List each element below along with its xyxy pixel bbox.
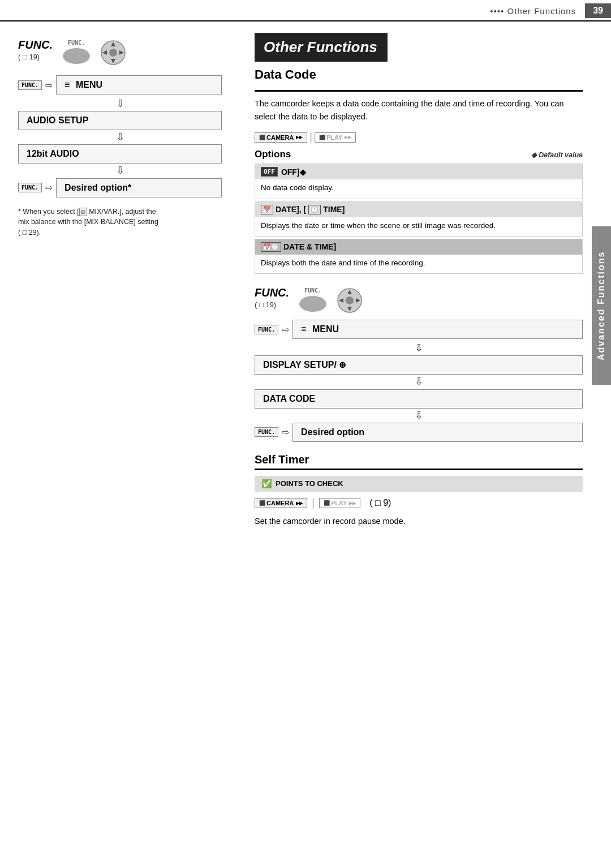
option-2-desc: Displays the date or time when the scene… (255, 217, 582, 236)
flow-arrow-right-3: ⇩ (255, 409, 583, 423)
top-bar: •••• Other Functions 39 (0, 0, 611, 22)
func-oval-left (63, 48, 90, 64)
option-3-header: 📅🕐 DATE & TIME] (255, 239, 582, 255)
flow-arrow-3: ⇩ (18, 164, 222, 178)
func-box-menu-right: FUNC. (255, 325, 278, 334)
svg-point-11 (346, 297, 354, 304)
menu-box-right: ≡ MENU (292, 320, 583, 339)
check-icon: ✅ (261, 479, 272, 489)
func-box-desired: FUNC. (18, 183, 42, 192)
bit-audio-box: 12bit AUDIO (18, 144, 222, 164)
func-label-right: FUNC. (255, 286, 289, 299)
default-value-note: ◆ Default value (531, 151, 583, 159)
option-2: 📅 DATE], [ 🕐 TIME] Displays the date or … (255, 201, 583, 237)
option-2-header: 📅 DATE], [ 🕐 TIME] (255, 202, 582, 217)
right-panel: Other Functions Data Code The camcorder … (238, 22, 611, 866)
side-label: Advanced Functions (592, 226, 611, 385)
left-panel: FUNC. ( □ 19) FUNC. FUNC. ⇨ (0, 22, 238, 866)
data-code-box: DATA CODE (255, 389, 583, 409)
data-code-body: The camcorder keeps a data code containi… (255, 97, 583, 123)
audio-setup-box: AUDIO SETUP (18, 111, 222, 130)
display-setup-box: DISPLAY SETUP/ ⊕ (255, 355, 583, 375)
self-timer-body: Set the camcorder in record pause mode. (255, 515, 583, 528)
func-label-left: FUNC. (18, 38, 53, 51)
func-ref-right: ( □ 19) (255, 300, 289, 309)
play-badge: ⬛ PLAY ▶▶ (315, 132, 356, 143)
func-box-desired-right: FUNC. (255, 427, 278, 437)
data-code-section: Data Code (255, 67, 583, 92)
option-1: OFF OFF]◆ No data code display. (255, 164, 583, 199)
option-1-header: OFF OFF]◆ (255, 164, 582, 179)
desired-option-box-left: Desired option* (56, 178, 222, 197)
page-title: Other Functions (255, 33, 388, 62)
self-timer-heading: Self Timer (255, 453, 583, 470)
flow-arrow-1: ⇩ (18, 97, 222, 111)
camera-badge-2: ⬛ CAMERA ▶▶ (255, 498, 307, 508)
main-layout: FUNC. ( □ 19) FUNC. FUNC. ⇨ (0, 22, 611, 866)
badge-row: ⬛ CAMERA ▶▶ | ⬛ PLAY ▶▶ (255, 131, 583, 143)
play-badge-2: ⬛ PLAY ▶▶ (319, 498, 360, 508)
options-label: Options (255, 149, 291, 160)
dpad-left (100, 40, 126, 66)
flow-arrow-right-1: ⇩ (255, 341, 583, 355)
options-header: Options ◆ Default value (255, 149, 583, 160)
option-3: 📅🕐 DATE & TIME] Displays both the date a… (255, 239, 583, 274)
dpad-right (337, 287, 363, 313)
func-box-menu: FUNC. (18, 80, 42, 90)
note-left: * When you select [⊞ MIX/VAR.], adjust t… (18, 207, 222, 238)
flow-arrow-right-2: ⇩ (255, 375, 583, 389)
svg-point-5 (109, 49, 117, 57)
option-1-desc: No data code display. (255, 179, 582, 198)
points-to-check: ✅ POINTS TO CHECK (255, 476, 583, 492)
desired-option-box-right: Desired option (292, 423, 583, 442)
camera-badge: ⬛ CAMERA ▶▶ (255, 132, 307, 143)
page-number: 39 (585, 3, 611, 18)
top-bar-title: •••• Other Functions (490, 6, 576, 16)
page-ref: ( □ 9) (369, 498, 391, 508)
func-oval-right (299, 296, 326, 312)
func-ref-left: ( □ 19) (18, 53, 53, 61)
flow-arrow-2: ⇩ (18, 130, 222, 144)
option-3-desc: Displays both the date and time of the r… (255, 255, 582, 273)
self-timer-section: Self Timer ✅ POINTS TO CHECK ⬛ CAMERA ▶▶… (255, 453, 583, 528)
data-code-heading: Data Code (255, 67, 583, 82)
menu-box: ≡ MENU (56, 75, 222, 94)
